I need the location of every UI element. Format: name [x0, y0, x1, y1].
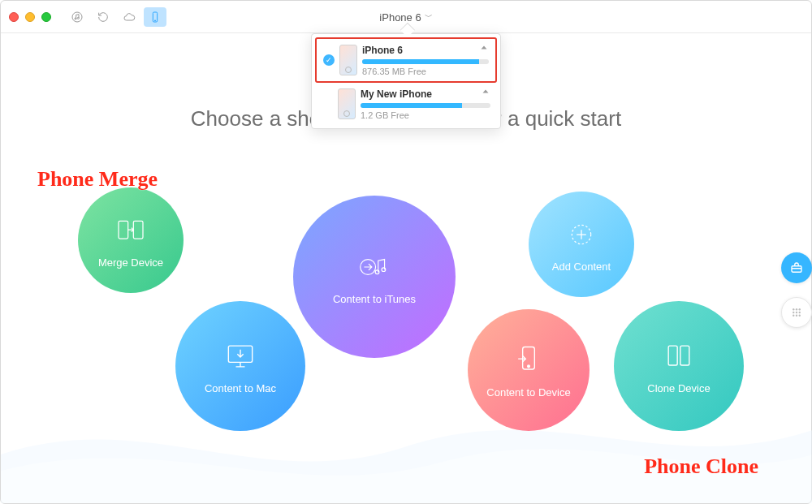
device-name: My New iPhone — [361, 88, 432, 100]
storage-free: 876.35 MB Free — [362, 67, 489, 76]
annotation-clone: Phone Clone — [644, 454, 758, 479]
device-selector-label: iPhone 6 — [379, 11, 421, 24]
svg-point-12 — [528, 364, 530, 367]
storage-bar — [362, 59, 489, 64]
source-toolbar — [66, 7, 166, 27]
svg-point-0 — [72, 12, 82, 22]
icloud-icon[interactable] — [118, 7, 140, 27]
clone-device-icon — [661, 338, 697, 374]
storage-free: 1.2 GB Free — [361, 110, 490, 120]
backup-history-icon[interactable] — [92, 7, 114, 27]
svg-rect-15 — [680, 346, 689, 365]
device-option-iphone6[interactable]: ✓ iPhone 6 876.35 MB Free — [315, 37, 497, 83]
content-to-mac-button[interactable]: Content to Mac — [175, 301, 305, 431]
chevron-down-icon: ﹀ — [425, 11, 433, 23]
zoom-window-icon[interactable] — [41, 12, 51, 22]
device-info: iPhone 6 876.35 MB Free — [362, 44, 489, 76]
svg-rect-5 — [119, 221, 128, 239]
svg-point-22 — [799, 312, 801, 313]
clone-device-button[interactable]: Clone Device — [614, 301, 744, 431]
device-tab-icon[interactable] — [144, 7, 166, 27]
circle-label: Content to Mac — [205, 382, 276, 394]
add-content-button[interactable]: Add Content — [529, 192, 634, 297]
circle-label: Merge Device — [98, 256, 163, 269]
content-to-itunes-icon — [356, 249, 392, 285]
circle-label: Add Content — [552, 261, 611, 273]
content-to-mac-icon — [222, 338, 258, 374]
svg-point-19 — [799, 308, 801, 310]
eject-icon[interactable] — [481, 88, 490, 100]
add-content-icon — [564, 217, 599, 252]
svg-rect-14 — [668, 346, 677, 365]
svg-rect-16 — [792, 266, 801, 273]
check-icon: ✓ — [323, 54, 335, 66]
svg-point-20 — [793, 312, 794, 313]
device-info: My New iPhone 1.2 GB Free — [361, 88, 490, 120]
close-window-icon[interactable] — [9, 12, 19, 22]
content-to-device-button[interactable]: Content to Device — [468, 309, 590, 431]
merge-device-button[interactable]: Merge Device — [78, 187, 184, 293]
content-to-itunes-button[interactable]: Content to iTunes — [293, 196, 456, 358]
device-thumbnail-icon — [339, 45, 357, 75]
device-thumbnail-icon — [338, 88, 356, 119]
itunes-library-icon[interactable] — [66, 7, 89, 27]
svg-point-1 — [75, 17, 76, 19]
svg-point-24 — [796, 315, 797, 317]
circle-label: Content to Device — [486, 386, 570, 398]
svg-point-21 — [796, 312, 797, 313]
app-window: iPhone 6 ﹀ ✓ iPhone 6 876.35 MB Free ✓ M… — [0, 0, 812, 504]
svg-point-17 — [793, 308, 794, 310]
svg-point-23 — [793, 315, 794, 317]
svg-point-4 — [154, 19, 155, 20]
svg-point-2 — [77, 17, 79, 19]
svg-rect-6 — [133, 221, 143, 239]
window-controls — [9, 12, 51, 22]
storage-bar — [361, 103, 490, 108]
device-dropdown: ✓ iPhone 6 876.35 MB Free ✓ My New iPhon… — [311, 33, 501, 129]
content-to-device-icon — [511, 342, 546, 378]
annotation-merge: Phone Merge — [37, 167, 158, 192]
merge-device-icon — [113, 213, 149, 248]
circle-label: Content to iTunes — [333, 293, 416, 305]
eject-icon[interactable] — [479, 44, 489, 56]
category-grid-button[interactable] — [781, 297, 812, 328]
device-name: iPhone 6 — [362, 45, 403, 56]
circle-label: Clone Device — [647, 382, 710, 394]
svg-point-18 — [796, 308, 797, 310]
toolbox-button[interactable] — [781, 252, 812, 283]
device-option-mynewiphone[interactable]: ✓ My New iPhone 1.2 GB Free — [315, 83, 497, 125]
svg-point-25 — [799, 315, 801, 317]
minimize-window-icon[interactable] — [25, 12, 35, 22]
